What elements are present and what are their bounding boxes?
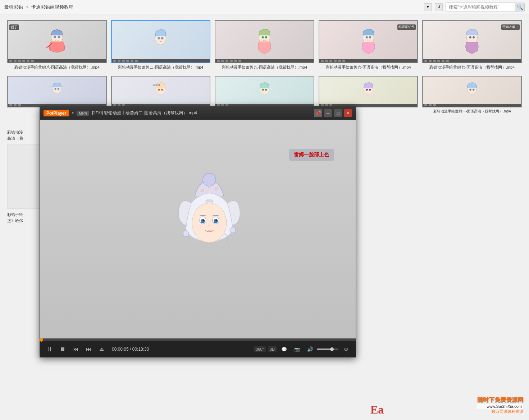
svg-point-39 <box>216 220 218 221</box>
badge-360[interactable]: 360° <box>254 346 266 352</box>
badge-3d[interactable]: 3D <box>268 346 277 352</box>
thumb-label-3: 彩铅动漫手绘蕾姆九-国语高清（我帮找网）.mp4 <box>215 65 314 70</box>
player-window-controls: 📌 ─ □ ✕ <box>314 109 352 117</box>
svg-point-1 <box>54 36 56 38</box>
next-button[interactable]: ⏭ <box>83 344 94 355</box>
potplayer-logo[interactable]: PotPlayer <box>44 110 69 116</box>
close-button[interactable]: ✕ <box>344 109 352 117</box>
svg-point-25 <box>265 89 267 91</box>
breadcrumb-part1[interactable]: 最强彩铅 <box>4 4 23 10</box>
svg-point-21 <box>161 89 163 91</box>
video-content: 雷姆一脸部上色 <box>40 120 356 338</box>
svg-point-46 <box>201 189 204 192</box>
thumb-wrapper-3[interactable] <box>215 20 314 63</box>
settings-button[interactable]: ⚙ <box>341 344 351 355</box>
thumb-item-4[interactable]: 稻禾彩铅戈 彩铅动漫手绘蕾姆六-国语高清（我帮找网）.mp4 <box>319 20 418 70</box>
svg-point-6 <box>161 37 164 40</box>
thumb-label-row2-5: 彩铅动漫手绘蕾姆一-国语高清（我帮找网）.mp4 <box>422 109 522 114</box>
svg-point-28 <box>369 89 371 91</box>
top-bar: 最强彩铅 > 卡通彩铅画视频教程 ▾ ↺ 🔍 <box>0 0 529 14</box>
progress-thumb <box>40 338 43 342</box>
thumb-item-1[interactable]: 稻子 彩铅动漫手绘蕾姆八-国语高清（我帮找网）.mp4 <box>7 20 107 70</box>
watermark-line1: 随时下免费资源网 <box>477 396 523 404</box>
restore-button[interactable]: □ <box>334 109 342 117</box>
thumb-wrapper-1[interactable]: 稻子 <box>7 20 107 63</box>
watermark-url: www.SuiShiXia.com <box>477 404 523 409</box>
volume-thumb <box>330 347 334 351</box>
pause-button[interactable]: ⏸ <box>44 344 55 355</box>
left-text-1: 彩铅动漫 <box>7 129 41 135</box>
svg-point-44 <box>183 231 189 236</box>
thumb-wrapper-4[interactable]: 稻禾彩铅戈 <box>319 20 418 63</box>
thumb-wrapper-row2-3[interactable] <box>215 76 314 107</box>
thumb-small-svg-1 <box>23 81 91 102</box>
volume-slider[interactable] <box>317 349 338 350</box>
thumb-wrapper-row2-2[interactable]: 讲老师 <box>111 76 211 107</box>
subtitle-button[interactable]: 💬 <box>279 344 289 355</box>
svg-point-27 <box>366 89 368 91</box>
video-annotation: 雷姆一脸部上色 <box>289 149 334 161</box>
thumb-anime-svg-2 <box>126 27 195 56</box>
search-input[interactable] <box>446 3 525 12</box>
main-anime-svg <box>152 167 267 304</box>
nav-refresh-btn[interactable]: ↺ <box>435 3 443 11</box>
thumb-anime-svg-4 <box>334 27 403 56</box>
svg-point-47 <box>215 187 218 190</box>
thumb-badge-5: 蕾姆衣服上 <box>501 24 520 30</box>
nav-dropdown-btn[interactable]: ▾ <box>424 3 432 11</box>
left-text-blocks: 彩铅动漫 高清（我 彩铅手绘 堡》哈尔 <box>7 129 41 223</box>
svg-point-33 <box>192 203 227 243</box>
controls-row: ⏸ ⏹ ⏮ ⏭ ⏏ 00:00:05 / 00:18:30 360° 3D 💬 <box>40 341 356 357</box>
search-button[interactable]: 🔍 <box>515 3 524 12</box>
svg-point-5 <box>158 37 160 40</box>
thumb-title-badge-1: 稻子 <box>9 24 19 30</box>
svg-point-8 <box>262 37 264 39</box>
thumb-anime-svg-1 <box>23 27 91 56</box>
stop-button[interactable]: ⏹ <box>57 344 68 355</box>
thumb-wrapper-row2-5[interactable] <box>422 76 522 107</box>
thumb-item-3[interactable]: 彩铅动漫手绘蕾姆九-国语高清（我帮找网）.mp4 <box>215 20 314 70</box>
thumb-label-2: 彩铅动漫手绘蕾姆二-国语高清（我帮找网）.mp4 <box>111 65 211 70</box>
svg-point-31 <box>473 89 474 91</box>
thumb-small-svg-2: 讲老师 <box>126 81 195 102</box>
thumb-label-1: 彩铅动漫手绘蕾姆八-国语高清（我帮找网）.mp4 <box>7 65 107 70</box>
thumb-small-svg-4 <box>334 81 403 102</box>
pin-button[interactable]: 📌 <box>314 109 322 117</box>
svg-point-17 <box>54 88 56 90</box>
svg-point-24 <box>262 89 264 91</box>
thumb-wrapper-row2-1[interactable] <box>7 76 107 107</box>
player-format-badge: MP4 <box>77 111 89 116</box>
thumb-anime-svg-3 <box>230 27 299 56</box>
progress-bar[interactable] <box>40 338 356 341</box>
svg-point-9 <box>265 37 267 39</box>
thumb-item-row2-5[interactable]: 彩铅动漫手绘蕾姆一-国语高清（我帮找网）.mp4 <box>422 76 522 114</box>
eject-button[interactable]: ⏏ <box>96 344 107 355</box>
svg-point-11 <box>366 37 368 39</box>
capture-button[interactable]: 📷 <box>292 344 302 355</box>
thumb-badge-4: 稻禾彩铅戈 <box>397 24 416 30</box>
svg-point-43 <box>216 224 224 229</box>
potplayer-dropdown-arrow[interactable]: ▾ <box>72 111 74 115</box>
volume-filled <box>317 349 332 350</box>
prev-button[interactable]: ⏮ <box>70 344 81 355</box>
svg-text:讲老师: 讲老师 <box>153 83 161 87</box>
thumbnail-grid-row1: 稻子 彩铅动漫手绘蕾姆八-国语高清（我帮找网）.mp4 彩铅动漫手绘蕾姆二-国语… <box>0 14 529 76</box>
minimize-button[interactable]: ─ <box>324 109 332 117</box>
watermark-line3: 数万网课教程资源 <box>477 409 523 414</box>
thumb-item-5[interactable]: 蕾姆衣服上 彩铅动漫手绘蕾姆七-国语高清（我帮找网）.mp4 <box>422 20 522 70</box>
thumb-item-2[interactable]: 彩铅动漫手绘蕾姆二-国语高清（我帮找网）.mp4 <box>111 20 211 70</box>
svg-point-38 <box>203 220 205 221</box>
volume-icon[interactable]: 🔊 <box>305 344 315 355</box>
left-text-2: 高清（我 <box>7 135 41 142</box>
thumb-wrapper-row2-4[interactable] <box>319 76 418 107</box>
svg-point-30 <box>470 89 471 91</box>
svg-point-32 <box>203 173 216 186</box>
thumb-label-5: 彩铅动漫手绘蕾姆七-国语高清（我帮找网）.mp4 <box>422 65 522 70</box>
player-window: PotPlayer ▾ MP4 [2/10] 彩铅动漫手绘蕾姆二-国语高清（我帮… <box>40 106 356 357</box>
thumb-wrapper-5[interactable]: 蕾姆衣服上 <box>422 20 522 63</box>
svg-point-20 <box>158 89 160 91</box>
video-area[interactable]: 雷姆一脸部上色 <box>40 120 356 338</box>
player-bottom-controls: ⏸ ⏹ ⏮ ⏭ ⏏ 00:00:05 / 00:18:30 360° 3D 💬 <box>40 338 356 357</box>
thumb-small-svg-3 <box>230 81 299 102</box>
thumb-wrapper-2[interactable] <box>111 20 211 63</box>
